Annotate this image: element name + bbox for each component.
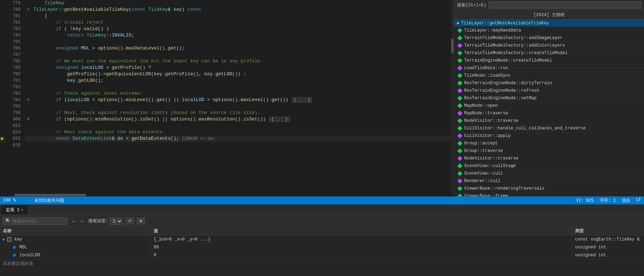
callstack-item-0[interactable]: ►TileLayer::getBestAvailableTileKey (454, 20, 644, 27)
code-line-794: 794⊞ if (localLOD < options().minLevel()… (0, 97, 451, 103)
code-line-781: 781 { (0, 13, 451, 19)
horizontal-scrollbar-thumb[interactable] (14, 194, 86, 196)
breakpoint-col[interactable] (0, 6, 5, 13)
breakpoint-col[interactable] (0, 52, 5, 58)
callstack-list[interactable]: ►TileLayer::getBestAvailableTileKeyTileL… (454, 20, 644, 196)
breakpoint-col[interactable] (0, 110, 5, 116)
stack-icon (457, 73, 463, 78)
breakpoint-col[interactable] (0, 142, 5, 148)
expand-icon[interactable]: ▶ (3, 237, 5, 242)
tab-close-icon[interactable]: ✕ (21, 208, 23, 212)
callstack-item-6[interactable]: LoadTileData::run (454, 65, 644, 72)
callstack-item-10[interactable]: RexTerrainEngineNode::setMap (454, 95, 644, 102)
vertical-scrollbar[interactable] (451, 0, 454, 194)
callstack-item-4[interactable]: TerrainTileModelFactory::createTileModel (454, 49, 644, 57)
line-gutter (25, 13, 32, 19)
nav-prev-button[interactable]: ← (70, 218, 78, 224)
expand-icon[interactable]: ⊞ (27, 116, 29, 123)
callstack-item-22[interactable]: ViewerBase::renderingTraversals (454, 185, 644, 192)
callstack-item-13[interactable]: NodeVisitor::traverse (454, 117, 644, 125)
line-content: if (options().minResolution().isSet() ||… (32, 116, 451, 123)
callstack-item-23[interactable]: ViewerBase::frame (454, 192, 644, 196)
callstack-item-18[interactable]: NodeVisitor::traverse (454, 155, 644, 162)
breakpoint-col[interactable] (0, 71, 5, 77)
breakpoint-col[interactable]: ► (0, 135, 5, 142)
callstack-item-12[interactable]: MapNode::traverse (454, 110, 644, 117)
breakpoint-col[interactable] (0, 58, 5, 65)
expand-icon[interactable]: ⊟ (27, 6, 29, 13)
callstack-label: RexTerrainEngineNode::refresh (464, 88, 539, 93)
line-number: 823 (5, 123, 25, 129)
callstack-item-17[interactable]: Group::traverse (454, 147, 644, 155)
callstack-item-21[interactable]: Renderer::cull (454, 177, 644, 185)
callstack-item-1[interactable]: TileLayer::mayHaveData (454, 27, 644, 34)
watch-tab[interactable]: 监视 1 ✕ (1, 205, 28, 214)
breakpoint-col[interactable] (0, 45, 5, 52)
breakpoint-col[interactable] (0, 129, 5, 135)
add-button[interactable]: ⊕ (137, 218, 145, 224)
depth-select[interactable]: 3 1 2 4 5 (109, 218, 123, 225)
panel-search-input[interactable] (12, 219, 62, 224)
line-content: if (localLOD < options().minLevel().get(… (32, 97, 451, 103)
add-watch-button[interactable]: 添加要监视的项 (0, 259, 644, 268)
code-line-787: 787 (0, 52, 451, 58)
breakpoint-col[interactable] (0, 77, 5, 84)
callstack-item-19[interactable]: SceneView::cullStage (454, 162, 644, 170)
breakpoint-col[interactable] (0, 97, 5, 103)
horizontal-scrollbar-area[interactable] (0, 194, 454, 196)
nav-next-button[interactable]: → (78, 218, 85, 224)
breakpoint-col[interactable] (0, 103, 5, 110)
stack-icon (457, 118, 463, 124)
line-gutter[interactable]: ⊞ (25, 116, 32, 123)
breakpoint-col[interactable] (0, 116, 5, 123)
callstack-item-3[interactable]: TerrainTileModelFactory::addColorLayers (454, 42, 644, 49)
breakpoint-col[interactable] (0, 84, 5, 90)
var-dot-icon (11, 244, 17, 250)
scrollbar-thumb[interactable] (451, 39, 453, 53)
callstack-item-11[interactable]: MapNode::open (454, 102, 644, 110)
breakpoint-col[interactable] (0, 32, 5, 39)
callstack-item-5[interactable]: TerrainEngineNode::createTileModel (454, 57, 644, 65)
callstack-item-15[interactable]: CullVisitor::apply (454, 132, 644, 140)
code-line-798: 798 (0, 103, 451, 110)
line-content: return TileKey::INVALID; (32, 32, 451, 39)
breakpoint-col[interactable] (0, 26, 5, 32)
line-gutter (25, 71, 32, 77)
callstack-item-2[interactable]: TerrainTileModelFactory::addImageLayer (454, 34, 644, 42)
callstack-item-20[interactable]: SceneView::cull (454, 170, 644, 177)
callstack-item-9[interactable]: RexTerrainEngineNode::refresh (454, 87, 644, 95)
refresh-button[interactable]: ↺ (126, 218, 134, 224)
stack-icon (457, 133, 463, 139)
breakpoint-col[interactable] (0, 123, 5, 129)
breakpoint-col[interactable] (0, 19, 5, 26)
callstack-item-14[interactable]: CullVisitor::handle_cull_callbacks_and_t… (454, 125, 644, 132)
line-gutter (25, 77, 32, 84)
breakpoint-col[interactable] (0, 0, 5, 6)
callstack-label: ViewerBase::frame (464, 194, 508, 196)
watch-name-cell: MDL (0, 244, 151, 251)
breakpoint-col[interactable] (0, 65, 5, 71)
callstack-item-16[interactable]: Group::accept (454, 140, 644, 147)
line-gutter[interactable]: ⊟ (25, 6, 32, 13)
breakpoint-col[interactable] (0, 90, 5, 97)
line-number: 781 (5, 13, 25, 19)
panel-search[interactable]: 🔍 (3, 217, 67, 225)
breakpoint-col[interactable] (0, 13, 5, 19)
watch-row-2[interactable]: localLOD0unsigned int (0, 251, 644, 259)
watch-row-1[interactable]: MDL99unsigned int (0, 243, 644, 251)
panel-toolbar: 🔍 ← → 搜索深度: 3 1 2 4 5 ↺ ⊕ (0, 215, 644, 227)
line-gutter[interactable]: ⊞ (25, 97, 32, 103)
callstack-item-7[interactable]: TileNode::loadSync (454, 72, 644, 80)
col-info: 字符: 1 (599, 198, 616, 204)
callstack-item-8[interactable]: RexTerrainEngineNode::dirtyTerrain (454, 80, 644, 87)
watch-row-0[interactable]: ▶ key{_lod=0 _x=0 _y=0 ...}const osgEart… (0, 235, 644, 243)
search-icon: 🔍 (5, 218, 11, 224)
expand-icon[interactable]: ⊞ (27, 97, 29, 103)
line-number: 784 (5, 32, 25, 39)
stack-icon (457, 163, 463, 169)
line-number: 783 (5, 26, 25, 32)
right-search-input[interactable] (489, 1, 641, 9)
breakpoint-col[interactable] (0, 39, 5, 45)
editor-with-scrollbar: 779 TileKey780⊟TileLayer::getBestAvailab… (0, 0, 454, 194)
callstack-label: TileLayer::mayHaveData (464, 28, 521, 33)
